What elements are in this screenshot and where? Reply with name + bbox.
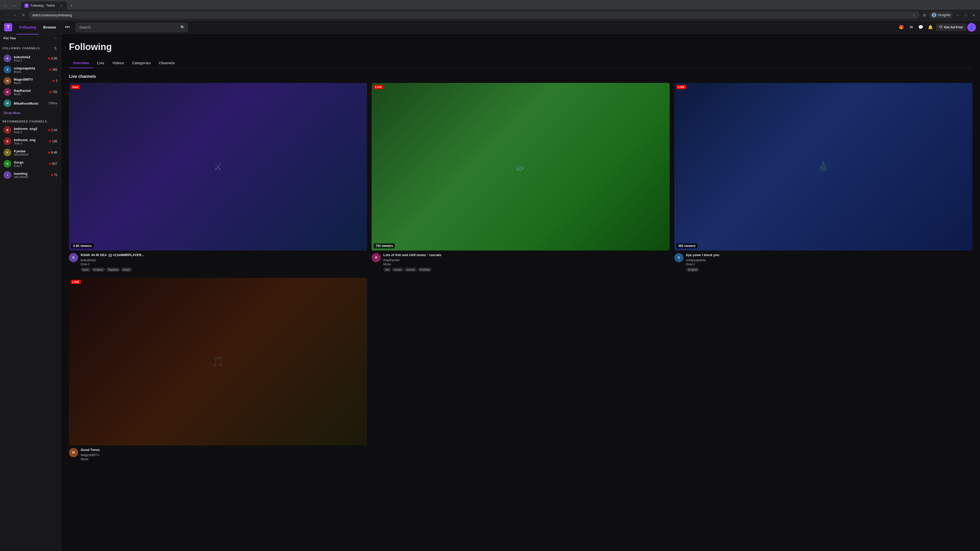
search-input[interactable]: [76, 23, 177, 32]
main-navigation: Following Browse: [16, 24, 59, 31]
tab-live[interactable]: Live: [93, 59, 108, 68]
stream-info-magic899tv: M Good Times Magic899TV Music: [69, 448, 367, 462]
extensions-button[interactable]: ⊞: [921, 11, 928, 19]
followed-channels-actions: ⇅: [52, 45, 59, 51]
stream-thumbnail-rayrachel: 🐟 LIVE 731 viewers: [372, 83, 670, 251]
address-bar[interactable]: twitch.tv/directory/following ☆: [29, 11, 920, 19]
stream-thumbnail-kukudota2: ⚔ true 3.3K viewers: [69, 83, 367, 251]
stream-tags-kukudota2: kuku English Tagalog dota2: [81, 268, 367, 272]
stream-card-rayrachel[interactable]: 🐟 LIVE 731 viewers R Lots of fish and ch…: [372, 83, 670, 272]
refresh-button[interactable]: ↻: [20, 11, 27, 19]
sort-channels-button[interactable]: ⇅: [52, 45, 59, 51]
search-button[interactable]: 🔍: [177, 23, 188, 32]
sidebar-channel-solapsapdota[interactable]: S solapsapdota Music 381: [1, 64, 60, 75]
stream-avatar-rayrachel: R: [372, 253, 381, 262]
channel-avatar-kukudota2: K: [3, 55, 11, 62]
stream-thumbnail-magic899tv: 🎵 LIVE: [69, 278, 367, 445]
user-avatar[interactable]: 👤: [967, 23, 976, 32]
channel-game-kukudota2: Dota 2: [14, 59, 45, 62]
live-channels-title: Live channels: [69, 74, 972, 79]
nav-item-browse[interactable]: Browse: [40, 24, 59, 31]
nav-item-following[interactable]: Following: [16, 24, 39, 31]
stream-tag-kuku[interactable]: kuku: [81, 268, 91, 272]
live-dot-kukudota2: [48, 57, 50, 59]
channel-info-magic899tv: Magic899TV Music: [14, 78, 50, 84]
window-close-button[interactable]: ✕: [970, 11, 977, 19]
sidebar-for-you[interactable]: For You ←: [1, 34, 60, 42]
tab-categories[interactable]: Categories: [128, 59, 155, 68]
tab-close-button[interactable]: ×: [59, 3, 63, 8]
search-bar[interactable]: 🔍: [76, 22, 188, 32]
browser-forward-button[interactable]: →: [11, 2, 18, 9]
twitch-header: T Following Browse ••• 🔍 🎁 ✉ 💬 🔔 🛡 Get A…: [0, 21, 980, 34]
sidebar-channel-kukudota2[interactable]: K kukudota2 Dota 2 3.3K: [1, 53, 60, 64]
chest-button[interactable]: 🎁: [897, 23, 906, 32]
bookmark-icon[interactable]: ☆: [912, 13, 916, 17]
get-ad-free-button[interactable]: 🛡 Get Ad-Free: [936, 24, 966, 31]
channel-game-inamiing: VALORANT: [14, 176, 48, 179]
channel-avatar-magic899tv: M: [3, 77, 11, 85]
live-dot-gorge: [49, 163, 51, 165]
chat-button[interactable]: 💬: [916, 23, 925, 32]
browser-active-tab[interactable]: T Following - Twitch ×: [21, 2, 67, 10]
channel-info-inamiing: inamiing VALORANT: [14, 171, 48, 179]
sidebar-channel-betboom-eng2[interactable]: B betboom_eng2 Dota 2 2.1K: [1, 125, 60, 135]
sidebar-channel-inamiing[interactable]: I inamiing VALORANT 71: [1, 170, 60, 180]
sidebar-channel-gorge[interactable]: G Gorge Dota 2 817: [1, 159, 60, 169]
show-more-button[interactable]: Show More: [0, 109, 61, 117]
sidebar-channel-rayrachel[interactable]: R RayRachel Music 731: [1, 87, 60, 97]
for-you-label: For You: [3, 36, 54, 40]
ad-free-icon: 🛡: [939, 25, 942, 29]
sidebar-channel-magic899tv[interactable]: M Magic899TV Music 2: [1, 76, 60, 86]
ad-free-label: Get Ad-Free: [944, 25, 963, 29]
incognito-badge[interactable]: 👤 Incognito: [929, 12, 953, 18]
viewer-count-rayrachel: 731 viewers: [374, 243, 395, 248]
twitch-app: T Following Browse ••• 🔍 🎁 ✉ 💬 🔔 🛡 Get A…: [0, 21, 980, 551]
stream-card-kukudota2[interactable]: ⚔ true 3.3K viewers K RANK 44 IN SEA :))…: [69, 83, 367, 272]
stream-tag-fortnite[interactable]: Fortnite: [418, 268, 431, 272]
followed-channels-header: FOLLOWED CHANNELS ⇅: [0, 42, 61, 53]
minimize-button[interactable]: ─: [954, 11, 961, 19]
stream-details-rayrachel: Lots of fish and chill music - !socials …: [383, 253, 670, 272]
twitch-logo[interactable]: T: [4, 23, 12, 32]
stream-tag-tagalog[interactable]: Tagalog: [106, 268, 120, 272]
channel-viewers-kukudota2: 3.3K: [48, 57, 57, 60]
message-button[interactable]: ✉: [907, 23, 915, 32]
maximize-button[interactable]: □: [962, 11, 969, 19]
browser-actions: ⊞ 👤 Incognito ─ □ ✕: [921, 11, 977, 19]
viewer-count-kukudota2: 3.3K viewers: [71, 243, 94, 248]
nav-more-button[interactable]: •••: [63, 23, 72, 32]
tab-overview[interactable]: Overview: [69, 59, 93, 68]
tab-videos[interactable]: Videos: [108, 59, 128, 68]
stream-tag-music[interactable]: music: [392, 268, 404, 272]
sidebar-channel-mikarosemusic[interactable]: M MikaRoseMusic Offline: [1, 98, 60, 109]
sidebar: For You ← FOLLOWED CHANNELS ⇅ K kukudota…: [0, 34, 61, 551]
forward-button[interactable]: →: [11, 11, 18, 19]
stream-info-kukudota2: K RANK 44 IN SEA :))) #11kMMRPLAYER... k…: [69, 253, 367, 272]
stream-streamer-magic899tv: Magic899TV: [81, 453, 367, 457]
notification-button[interactable]: 🔔: [926, 23, 935, 32]
stream-tag-english-s[interactable]: English: [686, 268, 699, 272]
browser-back-button[interactable]: ←: [2, 2, 9, 9]
followed-channels-label: FOLLOWED CHANNELS: [3, 47, 40, 50]
sidebar-channel-kyedae[interactable]: K Kyedae VALORANT 9.4K: [1, 147, 60, 158]
stream-tag-art[interactable]: Art: [383, 268, 391, 272]
sidebar-channel-betboom-eng[interactable]: B betboom_eng Dota 2 13K: [1, 136, 60, 147]
stream-tag-dota2[interactable]: dota2: [121, 268, 132, 272]
thumb-overlay-icon-solapsapdota: 🎄: [817, 161, 830, 173]
stream-card-magic899tv[interactable]: 🎵 LIVE M Good Times Magic899TV Music: [69, 278, 367, 462]
live-badge-kukudota2: true: [71, 85, 80, 89]
channel-avatar-betboom-eng2: B: [3, 126, 11, 134]
channel-viewers-gorge: 817: [49, 162, 57, 165]
stream-card-solapsapdota[interactable]: 🎄 LIVE 381 viewers S bye yowe i block yo…: [674, 83, 972, 272]
channel-viewers-solapsapdota: 381: [49, 68, 57, 71]
back-button[interactable]: ←: [3, 11, 10, 19]
recommended-channels-header: RECOMMENDED CHANNELS: [0, 117, 61, 124]
new-tab-button[interactable]: +: [68, 2, 75, 9]
stream-tag-soccer[interactable]: soccer: [404, 268, 417, 272]
live-dot-magic899tv: [52, 80, 55, 82]
thumb-overlay-icon-rayrachel: 🐟: [514, 161, 527, 173]
stream-tag-english[interactable]: English: [92, 268, 105, 272]
tab-channels[interactable]: Channels: [155, 59, 179, 68]
channel-name-betboom-eng2: betboom_eng2: [14, 127, 45, 130]
